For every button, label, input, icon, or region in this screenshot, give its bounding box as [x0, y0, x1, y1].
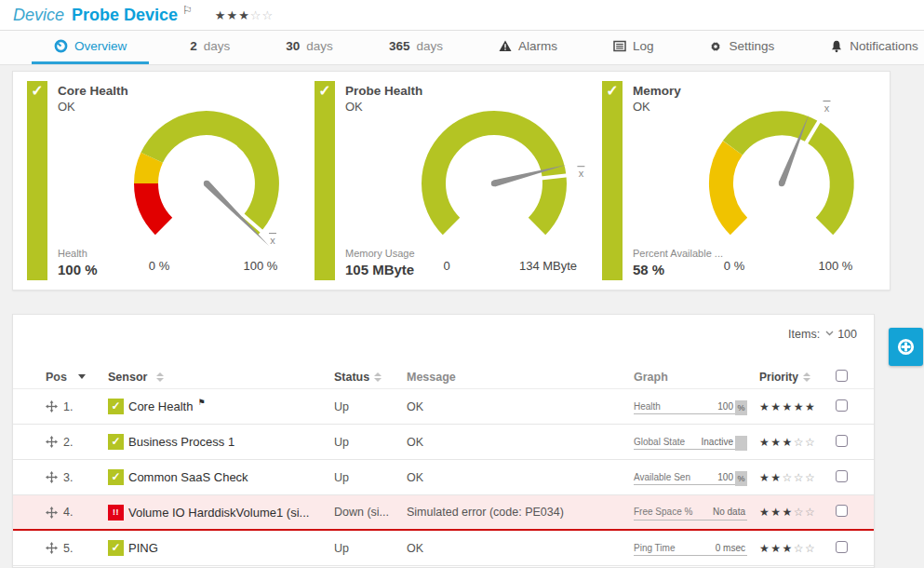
status-ok-bar: ✓	[315, 81, 335, 280]
table-row[interactable]: 5. ✓PING Up OK Ping Time0 msec ★★★☆☆	[13, 531, 874, 566]
gauge-channel-value: 105 MByte	[345, 261, 415, 279]
sort-icon	[374, 372, 382, 382]
tab-alarms[interactable]: Alarms	[484, 31, 572, 64]
items-label: Items:	[788, 328, 820, 341]
sensor-name-link[interactable]: Volume IO HarddiskVolume1 (si...	[128, 506, 309, 520]
tab-overview[interactable]: Overview	[32, 31, 149, 64]
move-icon[interactable]	[46, 471, 58, 483]
status-ok-bar: ✓	[602, 81, 623, 280]
sensor-status: Up	[329, 400, 400, 413]
flag-icon[interactable]: ⚐	[182, 4, 193, 17]
row-checkbox[interactable]	[836, 435, 848, 447]
move-icon[interactable]	[46, 507, 58, 519]
tab-settings[interactable]: Settings	[694, 31, 789, 64]
sensor-name-link[interactable]: PING	[128, 541, 158, 555]
sensor-name-link[interactable]: Business Process 1	[128, 435, 234, 449]
graph-unit: %	[735, 471, 747, 486]
mini-graph[interactable]: Free Space %No data	[634, 505, 747, 521]
move-icon[interactable]	[46, 436, 58, 448]
log-icon	[613, 40, 626, 52]
gauge-channel-value: 100 %	[58, 261, 98, 279]
sensor-name-link[interactable]: Core Health	[128, 399, 193, 413]
row-checkbox[interactable]	[836, 399, 848, 412]
tab-notifications-label: Notifications	[850, 39, 918, 53]
select-all-checkbox[interactable]	[836, 370, 848, 382]
sort-desc-icon	[78, 374, 86, 379]
sensor-status: Up	[329, 542, 400, 555]
tab-log-label: Log	[633, 39, 654, 53]
sensor-name-link[interactable]: Common SaaS Check	[128, 470, 248, 484]
svg-text:x: x	[579, 168, 584, 179]
priority-stars[interactable]: ★★★★★	[754, 400, 830, 413]
sensor-status: Down (si...	[329, 506, 400, 519]
gauge-panel-probe-health[interactable]: ✓ Probe Health OK x0134 MByte Memory Usa…	[315, 81, 596, 280]
mini-graph[interactable]: Global StateInactive	[634, 434, 747, 450]
tab-bar: Overview 2days 30days 365days Alarms Log…	[0, 31, 924, 65]
row-checkbox[interactable]	[836, 541, 848, 553]
svg-text:x: x	[270, 235, 275, 246]
select-all-checkbox-cell	[830, 370, 874, 385]
row-position: 5.	[63, 542, 73, 555]
tab-notifications[interactable]: Notifications	[815, 31, 924, 64]
column-header-sensor[interactable]: Sensor	[103, 371, 329, 384]
gauge-channel-value: 58 %	[633, 261, 723, 279]
sort-icon	[803, 372, 810, 382]
chevron-down-icon	[825, 331, 834, 336]
priority-stars[interactable]: ★★★☆☆	[754, 542, 830, 555]
row-checkbox[interactable]	[836, 505, 848, 517]
move-icon[interactable]	[46, 400, 58, 412]
bell-icon	[830, 40, 843, 53]
gauge-icon	[54, 39, 68, 53]
column-header-status[interactable]: Status	[329, 371, 400, 384]
column-header-priority[interactable]: Priority	[754, 371, 830, 384]
row-checkbox[interactable]	[836, 470, 848, 482]
table-row[interactable]: 3. ✓Common SaaS Check Up OK Available Se…	[13, 460, 874, 495]
graph-unit: %	[735, 400, 747, 415]
mini-graph[interactable]: Ping Time0 msec	[634, 540, 747, 556]
rating-stars-filled: ★★★	[215, 8, 250, 22]
items-selector[interactable]: Items: 100	[13, 315, 874, 365]
gauge-status: OK	[633, 100, 681, 115]
svg-text:x: x	[824, 102, 830, 114]
tab-alarms-label: Alarms	[518, 39, 557, 53]
graph-unit	[735, 436, 747, 451]
move-icon[interactable]	[46, 542, 58, 554]
priority-rating[interactable]: ★★★☆☆	[215, 8, 274, 22]
svg-text:0: 0	[443, 259, 449, 273]
sensor-ok-icon: ✓	[108, 434, 124, 450]
column-header-graph[interactable]: Graph	[623, 371, 754, 384]
check-icon: ✓	[318, 83, 330, 99]
priority-stars[interactable]: ★★★☆☆	[754, 506, 830, 519]
table-row-alarm[interactable]: 4. !!Volume IO HarddiskVolume1 (si... Do…	[13, 495, 874, 531]
sensor-ok-icon: ✓	[108, 399, 124, 414]
add-button[interactable]	[889, 328, 923, 366]
tab-2-days[interactable]: 2days	[175, 31, 245, 64]
core-health-gauge: x0 %100 %	[100, 90, 314, 277]
table-row[interactable]: 2. ✓Business Process 1 Up OK Global Stat…	[13, 425, 874, 460]
priority-stars[interactable]: ★★☆☆☆	[754, 471, 830, 484]
column-header-pos[interactable]: Pos	[44, 371, 103, 384]
svg-text:134 MByte: 134 MByte	[519, 259, 577, 273]
mini-graph[interactable]: Health100%	[634, 399, 747, 414]
plus-circle-icon	[896, 337, 916, 357]
tab-log[interactable]: Log	[598, 31, 669, 64]
priority-stars[interactable]: ★★★☆☆	[754, 436, 830, 449]
table-row[interactable]: 1. ✓Core Health⚑ Up OK Health100% ★★★★★	[13, 389, 874, 425]
page-header: Device Probe Device ⚐ ★★★☆☆	[0, 0, 924, 31]
column-header-message[interactable]: Message	[400, 371, 623, 384]
sensor-table-card: Items: 100 Pos Sensor Status Message Gra…	[12, 314, 875, 568]
check-icon: ✓	[31, 83, 43, 99]
tab-settings-label: Settings	[729, 39, 774, 53]
tab-30-days[interactable]: 30days	[271, 31, 348, 64]
status-ok-bar: ✓	[27, 81, 47, 280]
check-icon: ✓	[606, 83, 618, 99]
tab-365-days[interactable]: 365days	[374, 31, 458, 64]
sensor-message: OK	[400, 471, 623, 484]
sensor-message: OK	[400, 400, 623, 413]
sensor-message: Simulated error (code: PE034)	[400, 506, 623, 519]
sensor-error-icon: !!	[108, 505, 124, 521]
gauge-panel-core-health[interactable]: ✓ Core Health OK x0 %100 % Health 100 %	[27, 81, 308, 280]
gauge-panel-memory[interactable]: ✓ Memory OK x0 %100 % Percent Available …	[602, 81, 883, 280]
flag-icon: ⚑	[197, 398, 205, 407]
mini-graph[interactable]: Available Sen100%	[634, 469, 747, 485]
